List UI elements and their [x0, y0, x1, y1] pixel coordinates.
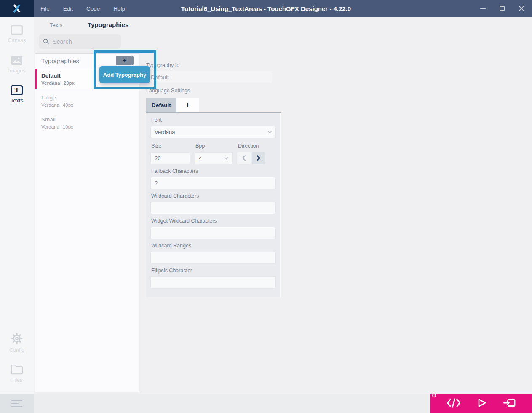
- direction-label: Direction: [238, 143, 259, 149]
- wildcard-ranges-input[interactable]: [150, 252, 276, 264]
- direction-rtl-button[interactable]: [237, 152, 251, 164]
- item-font: Verdana: [41, 80, 60, 86]
- chevron-down-icon: [224, 157, 229, 160]
- sidebar-item-label: Files: [11, 377, 22, 383]
- item-font: Verdana: [41, 124, 59, 129]
- window-controls: [478, 4, 532, 13]
- sidebar-item-texts[interactable]: T Texts: [0, 85, 34, 104]
- typography-list-panel: Typographies Default Verdana 20px Large …: [35, 53, 139, 392]
- font-label: Font: [151, 117, 275, 123]
- hamburger-icon: [11, 400, 22, 407]
- title-bar: File Edit Code Help Tutorial6_Using_Text…: [0, 0, 532, 17]
- search-box: [39, 34, 121, 49]
- minimize-icon: [480, 8, 486, 9]
- close-icon: [519, 5, 524, 11]
- size-input[interactable]: [150, 152, 190, 164]
- menu-code[interactable]: Code: [86, 5, 100, 12]
- item-font: Verdana: [41, 102, 59, 107]
- add-typography-button[interactable]: +: [116, 56, 134, 65]
- config-icon: [10, 332, 24, 345]
- wildcard-characters-input[interactable]: [150, 202, 276, 214]
- search-input[interactable]: [53, 38, 117, 45]
- run-simulator-button[interactable]: [477, 398, 487, 410]
- flash-target-icon: [503, 398, 516, 408]
- widget-wildcard-characters-input[interactable]: [150, 227, 276, 239]
- wildcard-characters-label: Wildcard Characters: [151, 193, 275, 199]
- touchgfx-x-logo-icon: [11, 3, 22, 14]
- sidebar-item-files[interactable]: Files: [0, 363, 34, 383]
- maximize-button[interactable]: [497, 4, 507, 13]
- add-typography-tooltip: Add Typography: [99, 66, 150, 83]
- menu-help[interactable]: Help: [113, 5, 125, 12]
- list-item-small[interactable]: Small Verdana 10px: [35, 113, 139, 133]
- app-logo: [0, 0, 34, 17]
- tab-typographies[interactable]: Typographies: [88, 21, 128, 28]
- search-icon: [43, 38, 49, 45]
- widget-wildcard-characters-label: Widget Wildcard Characters: [151, 218, 275, 224]
- play-icon: [477, 398, 487, 408]
- bottom-bar: [0, 394, 532, 413]
- item-size: 10px: [63, 124, 73, 129]
- menu-file[interactable]: File: [40, 5, 50, 12]
- sidebar-item-label: Canvas: [8, 38, 26, 43]
- menu-edit[interactable]: Edit: [63, 5, 73, 12]
- images-icon: [11, 55, 23, 66]
- maximize-icon: [500, 6, 505, 11]
- chevron-down-icon: [267, 131, 272, 134]
- chevron-right-icon: [257, 155, 261, 161]
- item-size: 20px: [64, 80, 75, 86]
- direction-ltr-button[interactable]: [252, 152, 265, 164]
- window-title: Tutorial6_Using_TextAreas - TouchGFX Des…: [181, 5, 351, 12]
- size-label: Size: [151, 143, 195, 149]
- language-tab-default[interactable]: Default: [146, 98, 176, 112]
- sidebar-item-config[interactable]: Config: [0, 332, 34, 353]
- fallback-characters-input[interactable]: [150, 177, 276, 189]
- language-tabs: Default +: [146, 98, 199, 112]
- ellipsis-character-input[interactable]: [150, 276, 276, 289]
- bpp-select[interactable]: 4: [195, 152, 233, 164]
- language-settings-panel: Font Verdana Size Bpp Direction 4: [146, 113, 281, 297]
- wildcard-ranges-label: Wildcard Ranges: [151, 243, 275, 249]
- tab-texts[interactable]: Texts: [50, 22, 62, 28]
- action-bar: [430, 394, 532, 413]
- fallback-characters-label: Fallback Characters: [151, 168, 275, 174]
- sidebar-item-label: Config: [9, 347, 24, 353]
- bottom-menu-button[interactable]: [0, 394, 34, 413]
- bpp-label: Bpp: [195, 143, 238, 149]
- run-target-button[interactable]: [503, 398, 516, 410]
- ellipsis-character-label: Ellipsis Character: [151, 268, 275, 274]
- chevron-left-icon: [242, 155, 246, 161]
- left-sidebar: Canvas Images T Texts Config Files: [0, 17, 34, 394]
- generate-code-button[interactable]: [446, 398, 461, 409]
- item-size: 40px: [63, 102, 73, 107]
- sidebar-item-label: Texts: [11, 97, 23, 104]
- canvas-icon: [11, 24, 23, 35]
- close-button[interactable]: [517, 4, 526, 13]
- files-icon: [10, 363, 24, 375]
- list-item-large[interactable]: Large Verdana 40px: [35, 91, 139, 111]
- code-icon: [446, 398, 461, 408]
- typography-id-input[interactable]: [146, 71, 273, 84]
- sidebar-item-label: Images: [8, 68, 26, 74]
- sidebar-item-images[interactable]: Images: [0, 55, 34, 74]
- texts-icon: T: [11, 85, 23, 95]
- tutorial-highlight-box: + Add Typography: [94, 50, 156, 89]
- minimize-button[interactable]: [478, 4, 487, 13]
- font-select[interactable]: Verdana: [150, 126, 276, 138]
- menu-bar: File Edit Code Help: [40, 5, 125, 12]
- notification-dot: [432, 394, 436, 397]
- add-language-tab-button[interactable]: +: [176, 98, 199, 112]
- sidebar-item-canvas[interactable]: Canvas: [0, 24, 34, 43]
